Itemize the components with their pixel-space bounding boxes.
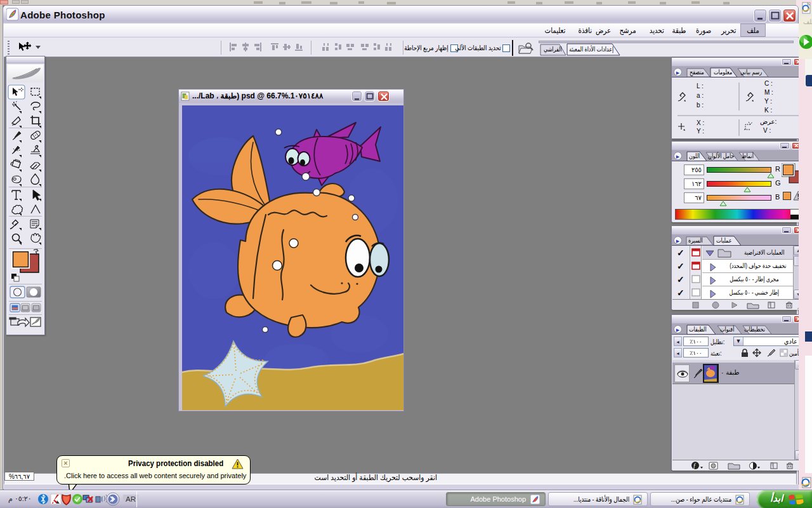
svg-text:✓: ✓ bbox=[677, 274, 684, 284]
svg-text:✓: ✓ bbox=[677, 288, 684, 298]
svg-text:✓: ✓ bbox=[677, 261, 684, 271]
svg-text:✓: ✓ bbox=[677, 248, 684, 258]
